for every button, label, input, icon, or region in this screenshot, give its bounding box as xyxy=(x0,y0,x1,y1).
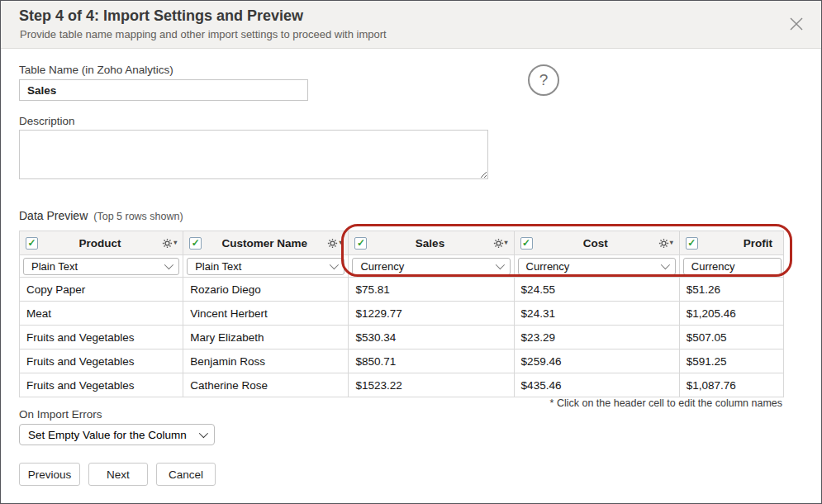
column-type-cell: Plain Text xyxy=(20,255,183,278)
column-type-cell: Currency xyxy=(514,255,679,278)
chevron-down-icon xyxy=(495,260,504,269)
data-preview-subtitle: (Top 5 rows shown) xyxy=(93,211,183,222)
table-cell: $435.46 xyxy=(514,373,679,397)
page-subtitle: Provide table name mapping and other imp… xyxy=(20,28,387,40)
column-type-select[interactable]: Currency xyxy=(352,258,510,275)
description-textarea[interactable] xyxy=(19,130,488,179)
column-type-select[interactable]: Plain Text xyxy=(23,258,179,275)
gear-icon[interactable]: ▾ xyxy=(658,238,673,249)
on-import-errors-label: On Import Errors xyxy=(19,408,102,421)
table-cell: $507.05 xyxy=(679,326,783,349)
data-preview-label: Data Preview(Top 5 rows shown) xyxy=(19,209,183,222)
table-cell: $1,205.46 xyxy=(679,302,783,326)
column-header-cell[interactable]: ✓Profit xyxy=(679,231,783,255)
table-cell: Copy Paper xyxy=(20,278,183,302)
column-type-cell: Currency xyxy=(349,255,514,278)
data-preview-table: ✓Product▾✓Customer Name▾✓Sales▾✓Cost▾✓Pr… xyxy=(19,231,784,397)
close-icon[interactable] xyxy=(786,14,806,34)
gear-icon[interactable]: ▾ xyxy=(493,238,508,249)
table-cell: $51.26 xyxy=(679,278,783,302)
table-name-input[interactable] xyxy=(19,79,308,101)
table-row: MeatVincent Herbert$1229.77$24.31$1,205.… xyxy=(20,302,784,326)
column-type-value: Plain Text xyxy=(31,260,78,273)
column-name: Sales xyxy=(372,237,487,250)
help-icon[interactable]: ? xyxy=(528,64,559,96)
table-cell: Fruits and Vegetables xyxy=(20,349,183,373)
table-cell: Fruits and Vegetables xyxy=(20,373,183,397)
description-label: Description xyxy=(19,115,75,127)
column-name: Customer Name xyxy=(207,237,322,250)
cancel-button[interactable]: Cancel xyxy=(156,463,216,486)
page-title: Step 4 of 4: Import Settings and Preview xyxy=(19,7,303,25)
table-cell: Catherine Rose xyxy=(183,373,349,397)
table-row: Fruits and VegetablesCatherine Rose$1523… xyxy=(20,373,784,397)
data-preview-title: Data Preview xyxy=(19,209,88,222)
next-button[interactable]: Next xyxy=(88,463,148,486)
chevron-down-icon xyxy=(164,260,173,269)
table-cell: Benjamin Ross xyxy=(183,349,349,373)
column-include-checkbox[interactable]: ✓ xyxy=(354,237,367,250)
on-import-errors-selected-value: Set Empty Value for the Column xyxy=(28,429,187,441)
table-cell: $23.29 xyxy=(514,326,679,349)
dialog-header: Step 4 of 4: Import Settings and Preview… xyxy=(1,1,821,49)
column-type-value: Currency xyxy=(691,260,735,273)
import-settings-dialog: Step 4 of 4: Import Settings and Preview… xyxy=(0,0,822,504)
table-row: Copy PaperRozario Diego$75.81$24.55$51.2… xyxy=(20,278,784,302)
table-cell: $1,087.76 xyxy=(679,373,783,397)
column-type-cell: Plain Text xyxy=(183,255,349,278)
column-type-select[interactable]: Currency xyxy=(683,258,782,275)
chevron-down-icon xyxy=(199,429,208,438)
table-cell: Vincent Herbert xyxy=(183,302,349,326)
table-row: Fruits and VegetablesBenjamin Ross$850.7… xyxy=(20,349,784,373)
column-type-select[interactable]: Plain Text xyxy=(187,258,344,275)
chevron-down-icon xyxy=(661,260,670,269)
table-cell: Meat xyxy=(20,302,183,326)
column-header-cell[interactable]: ✓Customer Name▾ xyxy=(183,231,349,255)
header-edit-note: * Click on the header cell to edit the c… xyxy=(550,397,782,409)
column-include-checkbox[interactable]: ✓ xyxy=(189,237,202,250)
on-import-errors-select[interactable]: Set Empty Value for the Column xyxy=(19,424,215,445)
column-name: Profit xyxy=(703,237,777,250)
table-name-label: Table Name (in Zoho Analytics) xyxy=(19,64,173,76)
table-cell: Rozario Diego xyxy=(183,278,349,302)
column-include-checkbox[interactable]: ✓ xyxy=(686,237,698,250)
table-cell: Fruits and Vegetables xyxy=(20,326,183,349)
table-cell: $1229.77 xyxy=(349,302,514,326)
column-include-checkbox[interactable]: ✓ xyxy=(26,237,38,250)
column-type-value: Plain Text xyxy=(195,260,241,273)
table-cell: $591.25 xyxy=(679,349,783,373)
gear-icon[interactable]: ▾ xyxy=(162,238,177,249)
table-cell: $24.55 xyxy=(514,278,679,302)
table-row: Fruits and VegetablesMary Elizabeth$530.… xyxy=(20,326,784,349)
table-cell: $24.31 xyxy=(514,302,679,326)
column-name: Product xyxy=(43,237,157,250)
chevron-down-icon xyxy=(330,260,339,269)
column-header-cell[interactable]: ✓Sales▾ xyxy=(349,231,514,255)
column-name: Cost xyxy=(538,237,653,250)
table-cell: $259.46 xyxy=(514,349,679,373)
column-header-cell[interactable]: ✓Cost▾ xyxy=(514,231,679,255)
table-cell: $850.71 xyxy=(349,349,514,373)
column-type-cell: Currency xyxy=(679,255,783,278)
table-cell: $75.81 xyxy=(349,278,514,302)
column-header-cell[interactable]: ✓Product▾ xyxy=(20,231,183,255)
table-cell: $1523.22 xyxy=(349,373,514,397)
column-include-checkbox[interactable]: ✓ xyxy=(520,237,533,250)
gear-icon[interactable]: ▾ xyxy=(327,238,342,249)
previous-button[interactable]: Previous xyxy=(19,463,80,486)
table-cell: Mary Elizabeth xyxy=(183,326,349,349)
column-type-value: Currency xyxy=(526,260,570,273)
table-cell: $530.34 xyxy=(349,326,514,349)
column-type-select[interactable]: Currency xyxy=(518,258,676,275)
column-type-value: Currency xyxy=(360,260,404,273)
